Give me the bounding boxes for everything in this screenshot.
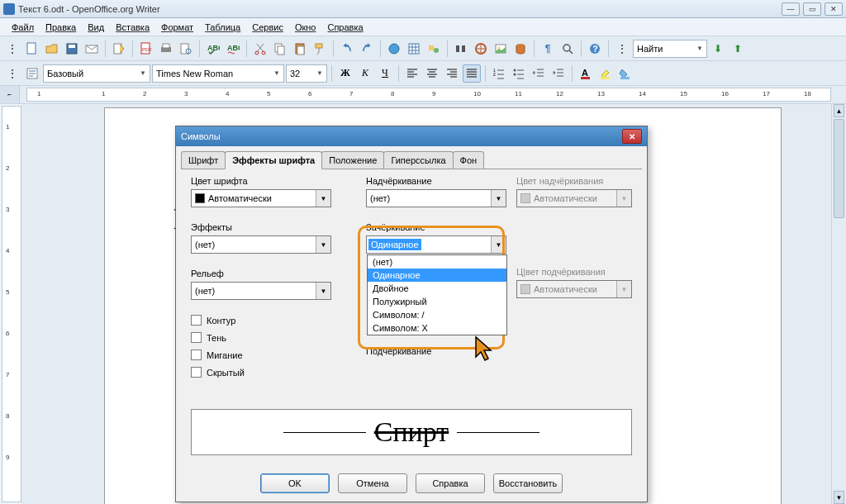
minimize-button[interactable]: — [782, 2, 800, 16]
font-color-icon[interactable]: A [577, 64, 595, 83]
horizontal-ruler[interactable]: 1123456789101112131415161718 [26, 88, 831, 102]
menu-edit[interactable]: Правка [40, 21, 81, 34]
strike-option[interactable]: Символом: X [368, 321, 506, 335]
cut-icon[interactable] [251, 40, 269, 58]
bg-color-icon[interactable] [616, 64, 634, 83]
find-prev-icon[interactable]: ⬆ [729, 40, 747, 58]
align-left-icon[interactable] [403, 64, 421, 83]
indent-inc-icon[interactable] [549, 64, 568, 83]
align-justify-icon[interactable] [463, 64, 481, 83]
check-blink[interactable]: Мигание [191, 349, 331, 360]
cancel-button[interactable]: Отмена [338, 473, 407, 493]
tab-font[interactable]: Шрифт [181, 151, 226, 169]
combo-value: (нет) [370, 193, 390, 203]
find-combo[interactable]: Найти▼ [633, 40, 707, 58]
dialog-button-row: OK Отмена Справка Восстановить [176, 473, 647, 493]
autospell-icon[interactable]: ABC [224, 40, 242, 58]
list-bullet-icon[interactable] [510, 64, 528, 83]
menu-help[interactable]: Справка [322, 21, 368, 34]
vertical-ruler[interactable]: 123456789 [2, 106, 21, 502]
chevron-down-icon: ▼ [616, 190, 631, 207]
menu-tools[interactable]: Сервис [247, 21, 288, 34]
new-doc-icon[interactable] [23, 40, 41, 58]
ok-button[interactable]: OK [260, 473, 330, 493]
zoom-icon[interactable] [558, 40, 577, 58]
underline-icon[interactable]: Ч [376, 64, 394, 83]
print-icon[interactable] [157, 40, 175, 58]
spellcheck-icon[interactable]: ABC [204, 40, 222, 58]
tab-background[interactable]: Фон [453, 151, 485, 169]
save-icon[interactable] [63, 40, 81, 58]
dialog-close-button[interactable]: ✕ [622, 129, 642, 144]
strike-option[interactable]: (нет) [368, 255, 506, 269]
check-shadow[interactable]: Тень [191, 332, 331, 343]
help-button[interactable]: Справка [416, 473, 485, 493]
strike-option[interactable]: Двойное [368, 282, 506, 295]
font-size-combo[interactable]: 32▼ [286, 64, 327, 83]
menu-file[interactable]: Файл [7, 21, 39, 34]
paint-format-icon[interactable] [311, 40, 329, 58]
table-icon[interactable] [405, 40, 423, 58]
scroll-up-icon[interactable]: ▲ [834, 104, 844, 117]
strike-option[interactable]: Символом: / [368, 308, 506, 321]
reset-button[interactable]: Восстановить [493, 473, 563, 493]
font-name-combo[interactable]: Times New Roman▼ [152, 64, 284, 83]
combo-value: Одинарное [368, 239, 421, 250]
menu-format[interactable]: Формат [156, 21, 198, 34]
align-right-icon[interactable] [443, 64, 461, 83]
indent-dec-icon[interactable] [530, 64, 548, 83]
tab-font-effects[interactable]: Эффекты шрифта [225, 151, 322, 169]
help-icon[interactable]: ? [586, 40, 604, 58]
align-center-icon[interactable] [423, 64, 441, 83]
tab-hyperlink[interactable]: Гиперссылка [383, 151, 453, 169]
find-next-icon[interactable]: ⬇ [709, 40, 727, 58]
menu-insert[interactable]: Вставка [111, 21, 154, 34]
show-draw-icon[interactable] [425, 40, 443, 58]
styles-icon[interactable] [23, 64, 41, 83]
combo-overline[interactable]: (нет) ▼ [366, 189, 506, 207]
redo-icon[interactable] [358, 40, 376, 58]
pdf-icon[interactable]: PDF [137, 40, 155, 58]
svg-rect-21 [409, 44, 419, 54]
dialog-titlebar[interactable]: Символы ✕ [176, 126, 647, 146]
preview-icon[interactable] [177, 40, 195, 58]
datasource-icon[interactable] [511, 40, 530, 58]
vertical-scrollbar[interactable]: ▲ ▼ [831, 104, 846, 504]
scroll-thumb[interactable] [834, 119, 844, 218]
list-num-icon[interactable]: 12 [490, 64, 508, 83]
maximize-button[interactable]: ▭ [803, 2, 821, 16]
menu-window[interactable]: Окно [290, 21, 321, 34]
combo-font-color[interactable]: Автоматически ▼ [191, 189, 331, 207]
combo-strike[interactable]: Одинарное ▼ (нет)ОдинарноеДвойноеПолужир… [366, 235, 506, 254]
style-value: Базовый [47, 69, 83, 78]
find-icon[interactable] [452, 40, 470, 58]
undo-icon[interactable] [338, 40, 356, 58]
highlight-icon[interactable] [596, 64, 615, 83]
svg-rect-2 [69, 45, 75, 48]
grip-icon: ⋮ [3, 64, 21, 83]
check-hidden[interactable]: Скрытый [191, 367, 331, 378]
paste-icon[interactable] [291, 40, 309, 58]
nonprint-icon[interactable]: ¶ [539, 40, 557, 58]
bold-icon[interactable]: Ж [336, 64, 354, 83]
edit-doc-icon[interactable] [110, 40, 128, 58]
gallery-icon[interactable] [492, 40, 510, 58]
strike-dropdown-list[interactable]: (нет)ОдинарноеДвойноеПолужирныйСимволом:… [367, 254, 507, 335]
menu-view[interactable]: Вид [83, 21, 109, 34]
combo-effects[interactable]: (нет) ▼ [191, 235, 331, 254]
mail-icon[interactable] [83, 40, 101, 58]
tab-position[interactable]: Положение [321, 151, 384, 169]
scroll-down-icon[interactable]: ▼ [834, 491, 844, 504]
close-button[interactable]: ✕ [825, 2, 843, 16]
open-icon[interactable] [43, 40, 61, 58]
navigator-icon[interactable] [472, 40, 490, 58]
strike-option[interactable]: Одинарное [368, 269, 506, 282]
paragraph-style-combo[interactable]: Базовый▼ [43, 64, 150, 83]
hyperlink-icon[interactable] [385, 40, 403, 58]
check-outline[interactable]: Контур [191, 315, 331, 326]
combo-relief[interactable]: (нет) ▼ [191, 282, 331, 300]
menu-table[interactable]: Таблица [200, 21, 245, 34]
strike-option[interactable]: Полужирный [368, 295, 506, 308]
copy-icon[interactable] [271, 40, 289, 58]
italic-icon[interactable]: К [356, 64, 374, 83]
